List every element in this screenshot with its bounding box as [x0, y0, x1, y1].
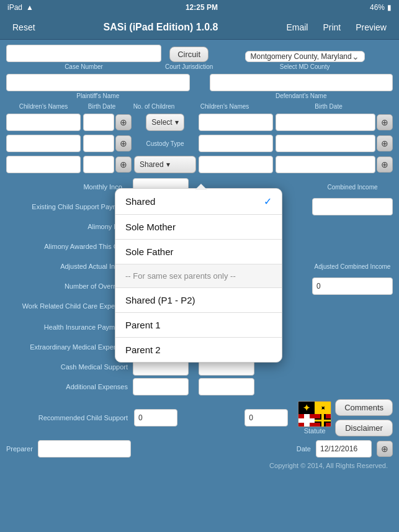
- additional-exp-label: Additional Expenses: [6, 383, 130, 390]
- preview-button[interactable]: Preview: [351, 20, 392, 35]
- recommended-label: Recommended Child Support: [6, 414, 130, 422]
- children-header-row: Children's Names Birth Date No. of Child…: [6, 103, 393, 110]
- birthdate-input-1-left[interactable]: [83, 114, 114, 131]
- county-select[interactable]: Montgomery County, Maryland ⌄: [245, 51, 365, 62]
- dropdown-item-shared-p1p2[interactable]: Shared (P1 - P2): [115, 288, 282, 313]
- adjusted-combined-label: Adjusted Combined Income: [312, 258, 393, 275]
- child-name-1-left[interactable]: [6, 114, 81, 131]
- calendar-icon-3-right[interactable]: ⊕: [377, 156, 393, 173]
- disclaimer-button[interactable]: Disclaimer: [335, 420, 393, 436]
- recommended-input-1[interactable]: [134, 409, 177, 426]
- comments-button[interactable]: Comments: [335, 399, 393, 416]
- custody-type-select[interactable]: Shared ▾: [134, 156, 196, 173]
- sole-mother-option-label: Sole Mother: [125, 222, 176, 232]
- carrier-label: iPad: [7, 3, 22, 12]
- print-button[interactable]: Print: [318, 20, 346, 35]
- date-input[interactable]: [316, 440, 372, 458]
- birthdate-input-3-left[interactable]: [83, 156, 114, 173]
- circuit-col: Circuit Court Jurisdiction: [165, 47, 213, 70]
- calendar-icon-3-left[interactable]: ⊕: [115, 156, 132, 173]
- combined-income-label: Combined Income: [312, 178, 393, 196]
- birth-date-header-left: Birth Date: [83, 103, 120, 110]
- child-name-3-left[interactable]: [6, 156, 81, 173]
- case-number-input[interactable]: [6, 45, 161, 62]
- dropdown-item-sole-father[interactable]: Sole Father: [115, 240, 282, 264]
- child-name-2-left[interactable]: [6, 135, 81, 152]
- children-row-3: ⊕ Shared ▾ ⊕: [6, 156, 393, 173]
- dropdown-popup: Shared ✓ Sole Mother Sole Father -- For …: [115, 188, 282, 363]
- preparer-input[interactable]: [38, 440, 131, 458]
- children-names-header-right: Children's Names: [187, 103, 262, 110]
- birthdate-3-right: ⊕: [276, 156, 393, 173]
- additional-exp-input[interactable]: [133, 378, 189, 395]
- sole-father-option-label: Sole Father: [125, 246, 174, 257]
- alimony-label: Alimony Pa...: [6, 223, 130, 230]
- md-q3: [298, 414, 315, 426]
- recommended-row: Recommended Child Support ✦ ✦: [6, 399, 393, 436]
- extraordinary-med-label: Extraordinary Medical Expenses: [6, 343, 130, 351]
- birthdate-1-right: ⊕: [276, 114, 393, 131]
- row-plaintiff-defendant: Plaintiff's Name Defendant's Name: [6, 74, 393, 99]
- health-insurance-label: Health Insurance Payments: [6, 323, 130, 331]
- battery-label: 46%: [370, 3, 385, 12]
- child-name-2-right[interactable]: [199, 135, 273, 152]
- birthdate-input-3-right[interactable]: [276, 156, 375, 173]
- preparer-row: Preparer Date ⊕: [6, 440, 393, 458]
- separator-label: -- For same sex parents only --: [125, 271, 236, 281]
- county-value: Montgomery County, Maryland: [251, 52, 352, 61]
- birthdate-2-left: ⊕: [83, 135, 132, 152]
- nav-bar: Reset SASi (iPad Edition) 1.0.8 Email Pr…: [0, 15, 399, 40]
- dropdown-item-sole-mother[interactable]: Sole Mother: [115, 215, 282, 240]
- child-name-3-right[interactable]: [199, 156, 273, 173]
- dropdown-item-parent2[interactable]: Parent 2: [115, 338, 282, 362]
- preparer-label: Preparer: [6, 445, 33, 453]
- reset-button[interactable]: Reset: [7, 20, 40, 35]
- defendant-col: Defendant's Name: [210, 74, 393, 99]
- app-title: SASi (iPad Edition) 1.0.8: [104, 22, 218, 33]
- dropdown-item-parent1[interactable]: Parent 1: [115, 313, 282, 338]
- birthdate-input-1-right[interactable]: [276, 114, 375, 131]
- md-q1: ✦: [298, 402, 315, 414]
- shared-col: Shared ▾: [134, 156, 196, 173]
- select-label: Select: [151, 118, 172, 127]
- additional-exp-input2[interactable]: [199, 378, 254, 395]
- plaintiff-col: Plaintiff's Name: [6, 74, 190, 99]
- calendar-icon-2-right[interactable]: ⊕: [377, 135, 393, 151]
- adjusted-combined-input[interactable]: [312, 277, 393, 295]
- children-names-header-left: Children's Names: [6, 103, 81, 110]
- md-q2: ✦: [315, 402, 331, 414]
- defendant-input[interactable]: [210, 74, 393, 91]
- no-of-children-header: No. of Children: [123, 103, 185, 110]
- calendar-icon-1-right[interactable]: ⊕: [377, 114, 393, 130]
- birth-date-header-right: Birth Date: [264, 103, 393, 110]
- plaintiff-input[interactable]: [6, 74, 190, 91]
- child-name-1-right[interactable]: [199, 114, 273, 131]
- calendar-icon-2-left[interactable]: ⊕: [115, 135, 132, 151]
- birthdate-input-2-right[interactable]: [276, 135, 375, 152]
- battery-icon: ▮: [387, 3, 392, 12]
- circuit-button[interactable]: Circuit: [169, 47, 208, 62]
- dropdown-item-shared[interactable]: Shared ✓: [115, 189, 282, 215]
- wifi-icon: ▲: [26, 3, 34, 12]
- existing-support-label: Existing Child Support Payme...: [6, 203, 130, 210]
- copyright-row: Copyright © 2014, All Rights Reserved.: [6, 461, 393, 470]
- action-btns: Comments Disclaimer: [335, 399, 393, 436]
- calendar-icon-1-left[interactable]: ⊕: [115, 114, 132, 130]
- nav-actions: Email Print Preview: [281, 20, 392, 35]
- shared-option-label: Shared: [125, 196, 155, 207]
- email-button[interactable]: Email: [281, 20, 313, 35]
- plaintiff-label: Plaintiff's Name: [76, 92, 119, 99]
- md-flag: ✦ ✦: [298, 401, 331, 427]
- no-of-children-select[interactable]: Select ▾: [146, 114, 184, 131]
- chevron-down-icon: ⌄: [352, 52, 359, 61]
- statute-col: ✦ ✦ Statute: [298, 401, 331, 435]
- case-number-label: Case Number: [65, 63, 103, 70]
- court-jurisdiction-label: Court Jurisdiction: [165, 63, 213, 70]
- time-label: 12:25 PM: [186, 3, 218, 12]
- date-calendar-icon[interactable]: ⊕: [377, 441, 393, 457]
- combined-income-input[interactable]: [312, 198, 393, 215]
- recommended-input-2[interactable]: [244, 409, 288, 426]
- children-row-2: ⊕ Custody Type ⊕: [6, 135, 393, 152]
- birthdate-input-2-left[interactable]: [83, 135, 114, 152]
- children-row-1: ⊕ Select ▾ ⊕: [6, 114, 393, 131]
